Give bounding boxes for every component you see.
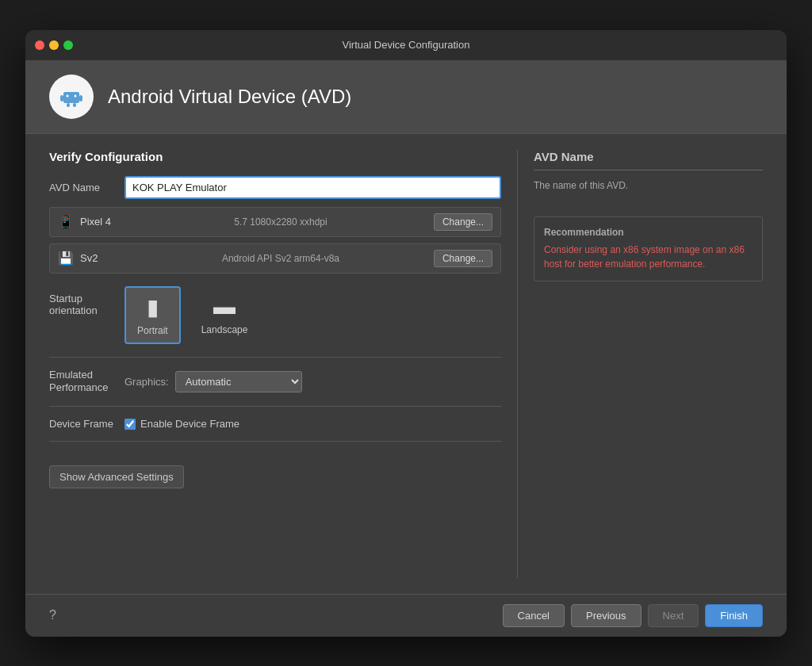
svg-rect-4	[73, 103, 76, 107]
svg-point-6	[75, 94, 77, 97]
main-window: Virtual Device Configuration Android Vir…	[25, 30, 787, 637]
right-panel: AVD Name The name of this AVD. Recommend…	[517, 150, 763, 578]
right-panel-divider	[534, 170, 763, 170]
portrait-icon: ▮	[147, 294, 159, 320]
recommendation-text: Consider using an x86 system image on an…	[544, 243, 753, 271]
svg-rect-2	[79, 95, 82, 101]
device-row-1: 📱 Pixel 4 5.7 1080x2280 xxhdpi Change...	[49, 207, 501, 237]
svg-rect-0	[63, 92, 79, 103]
graphics-label: Graphics:	[124, 376, 169, 388]
device1-name: Pixel 4	[80, 216, 128, 228]
startup-orientation-label: Startup orientation	[49, 286, 117, 316]
right-panel-title: AVD Name	[534, 150, 763, 163]
system-icon: 💾	[58, 251, 74, 266]
phone-icon: 📱	[58, 214, 74, 229]
right-panel-description: The name of this AVD.	[534, 178, 763, 193]
avd-icon	[49, 75, 94, 119]
portrait-button[interactable]: ▮ Portrait	[124, 286, 181, 344]
graphics-select[interactable]: Automatic Software Hardware	[175, 371, 302, 392]
landscape-label: Landscape	[201, 324, 248, 335]
device2-name: Sv2	[80, 252, 128, 264]
close-button[interactable]	[35, 40, 44, 50]
cancel-button[interactable]: Cancel	[503, 604, 565, 627]
startup-orientation-section: Startup orientation ▮ Portrait ▬ Landsca…	[49, 286, 501, 344]
header-title: Android Virtual Device (AVD)	[108, 86, 351, 108]
header-banner: Android Virtual Device (AVD)	[25, 60, 787, 134]
avd-name-row: AVD Name	[49, 176, 501, 199]
avd-name-input[interactable]	[124, 176, 501, 199]
svg-rect-3	[67, 103, 70, 107]
android-icon	[57, 82, 86, 111]
enable-device-frame-checkbox[interactable]	[124, 419, 136, 430]
landscape-icon: ▬	[213, 294, 236, 320]
titlebar: Virtual Device Configuration	[25, 30, 787, 60]
left-panel: Verify Configuration AVD Name 📱 Pixel 4 …	[49, 150, 501, 578]
help-button[interactable]: ?	[49, 608, 56, 622]
emulated-performance-label: Emulated Performance	[49, 369, 117, 396]
finish-button[interactable]: Finish	[705, 604, 763, 627]
svg-point-5	[67, 94, 69, 97]
maximize-button[interactable]	[63, 40, 73, 50]
change-device1-button[interactable]: Change...	[434, 213, 492, 231]
window-title: Virtual Device Configuration	[343, 39, 470, 51]
traffic-lights	[35, 40, 73, 50]
device-frame-row: Device Frame Enable Device Frame	[49, 418, 501, 430]
footer-buttons: Cancel Previous Next Finish	[503, 604, 763, 627]
recommendation-title: Recommendation	[544, 227, 753, 238]
separator-1	[49, 357, 501, 358]
device-frame-label: Device Frame	[49, 418, 117, 430]
avd-name-label: AVD Name	[49, 182, 117, 193]
device1-spec: 5.7 1080x2280 xxhdpi	[134, 216, 427, 228]
graphics-row: Graphics: Automatic Software Hardware	[124, 371, 302, 392]
separator-3	[49, 441, 501, 442]
content-area: Verify Configuration AVD Name 📱 Pixel 4 …	[25, 134, 787, 594]
device2-spec: Android API Sv2 arm64-v8a	[134, 253, 427, 264]
change-device2-button[interactable]: Change...	[434, 250, 492, 267]
footer: ? Cancel Previous Next Finish	[25, 594, 787, 637]
device-row-2: 💾 Sv2 Android API Sv2 arm64-v8a Change..…	[49, 243, 501, 274]
enable-device-frame-label[interactable]: Enable Device Frame	[124, 418, 239, 430]
recommendation-box: Recommendation Consider using an x86 sys…	[534, 216, 763, 281]
portrait-label: Portrait	[137, 325, 168, 336]
show-advanced-settings-button[interactable]: Show Advanced Settings	[49, 465, 184, 488]
svg-rect-1	[60, 95, 63, 101]
emulated-performance-row: Emulated Performance Graphics: Automatic…	[49, 369, 501, 396]
previous-button[interactable]: Previous	[571, 604, 642, 627]
next-button[interactable]: Next	[648, 604, 699, 627]
separator-2	[49, 406, 501, 407]
minimize-button[interactable]	[49, 40, 59, 50]
section-title: Verify Configuration	[49, 150, 501, 163]
landscape-button[interactable]: ▬ Landscape	[189, 286, 261, 344]
enable-device-frame-text: Enable Device Frame	[140, 418, 239, 430]
